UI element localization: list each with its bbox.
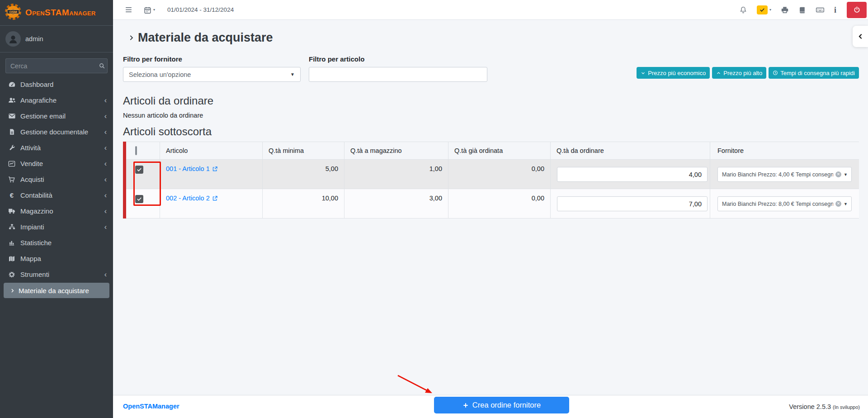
qta-da-ordinare-input[interactable] (557, 167, 708, 182)
crea-ordine-fornitore-button[interactable]: Crea ordine fornitore (434, 397, 569, 413)
version-note: (In sviluppo) (833, 404, 860, 410)
caret-down-icon: ▾ (769, 8, 771, 12)
hamburger-icon[interactable] (124, 5, 133, 14)
empty-list-text: Nessun articolo da ordinare (123, 112, 203, 119)
qta-da-ordinare-input[interactable] (557, 196, 708, 211)
column-header: Articolo (160, 142, 263, 159)
sidebar-item-acquisti[interactable]: Acquisti ‹ (0, 171, 113, 187)
print-icon[interactable] (781, 5, 789, 14)
qta-ordinata-value: 0,00 (448, 160, 551, 189)
articolo-link[interactable]: 001 - Articolo 1 (166, 165, 218, 172)
annotation-arrow (392, 370, 442, 398)
clear-icon[interactable]: ✕ (835, 171, 841, 177)
chevron-down-icon (641, 71, 646, 76)
brand[interactable]: OSM OpenSTAManager (0, 0, 113, 26)
sidebar-item-gestione-email[interactable]: Gestione email ‹ (0, 108, 113, 124)
calendar-dropdown[interactable]: ▾ (144, 5, 155, 14)
power-icon (853, 6, 861, 14)
sidebar-item-attivita[interactable]: Attività ‹ (0, 140, 113, 156)
search-icon (99, 62, 105, 70)
annotation-checkbox-highlight (133, 162, 161, 206)
fornitore-filter-select[interactable]: Seleziona un'opzione ▼ (123, 67, 301, 82)
table-header-row: Articolo Q.tà minima Q.tà a magazzino Q.… (126, 142, 859, 160)
avatar (5, 31, 21, 47)
chevron-left-icon: ‹ (104, 223, 107, 231)
table-red-bar (123, 142, 126, 218)
sidebar-item-anagrafiche[interactable]: Anagrafiche ‹ (0, 92, 113, 108)
chevron-left-icon: ‹ (104, 271, 107, 278)
column-header: Q.tà da ordinare (551, 142, 710, 159)
panel-collapse-tab[interactable] (853, 26, 868, 47)
search-button[interactable] (97, 58, 108, 73)
chevron-left-icon: ‹ (104, 208, 107, 215)
version-text: Versione 2.5.3 (In sviluppo) (789, 403, 860, 410)
sidebar-search (5, 58, 108, 73)
sidebar-item-mappa[interactable]: Mappa (0, 251, 113, 266)
table-row: 002 - Articolo 2 10,00 3,00 0,00 Mario B… (126, 189, 859, 218)
tachometer-icon (6, 81, 17, 88)
cart-icon (6, 176, 17, 183)
chevron-left-icon: ‹ (104, 128, 107, 136)
sidebar-item-materiale-da-acquistare[interactable]: Materiale da acquistare (4, 283, 109, 298)
chevron-left-icon: ‹ (104, 97, 107, 104)
clear-icon[interactable]: ✕ (835, 201, 841, 207)
sidebar-item-contabilita[interactable]: € Contabilità ‹ (0, 187, 113, 203)
sidebar-item-statistiche[interactable]: Statistiche (0, 235, 113, 251)
column-header: Q.tà già ordinata (448, 142, 551, 159)
table-row: 001 - Articolo 1 5,00 1,00 0,00 Mario Bi… (126, 160, 859, 189)
footer-brand-link[interactable]: OpenSTAManager (123, 403, 179, 410)
select-all-checkbox[interactable] (135, 146, 137, 155)
chevron-left-icon: ‹ (104, 192, 107, 199)
tasks-dropdown[interactable]: ▾ (757, 5, 771, 14)
topbar-right: ▾ i (739, 2, 868, 18)
sidebar-nav: Dashboard Anagrafiche ‹ Gestione email ‹… (0, 76, 113, 298)
file-icon (6, 128, 17, 135)
external-link-icon (212, 166, 218, 172)
tempi-consegna-button[interactable]: Tempi di consegna più rapidi (769, 67, 859, 79)
topbar-left: ▾ 01/01/2024 - 31/12/2024 (113, 5, 234, 14)
sidebar-item-vendite[interactable]: Vendite ‹ (0, 156, 113, 171)
column-header: Fornitore (710, 142, 856, 159)
prezzo-alto-button[interactable]: Prezzo più alto (712, 67, 766, 79)
fornitore-select[interactable]: Mario Bianchi Prezzo: 4,00 € Tempi conse… (717, 167, 852, 182)
users-icon (6, 96, 17, 104)
logout-power-button[interactable] (847, 2, 867, 18)
user-panel[interactable]: admin (0, 26, 113, 52)
info-icon[interactable]: i (834, 6, 836, 14)
caret-down-icon: ▼ (290, 72, 295, 77)
svg-text:OSM: OSM (9, 10, 17, 14)
fornitore-select[interactable]: Mario Bianchi Prezzo: 8,00 € Tempi conse… (717, 196, 852, 211)
keyboard-icon[interactable] (816, 5, 825, 14)
osm-gear-logo-icon: OSM (4, 3, 22, 23)
envelope-icon (6, 112, 17, 120)
truck-icon (6, 207, 17, 215)
sidebar-item-magazzino[interactable]: Magazzino ‹ (0, 203, 113, 219)
qta-magazzino-value: 3,00 (344, 189, 448, 218)
prezzo-economico-button[interactable]: Prezzo più economico (637, 67, 710, 79)
bell-icon[interactable] (739, 5, 747, 14)
search-input[interactable] (5, 58, 97, 73)
chevron-left-icon (857, 33, 864, 40)
book-icon[interactable] (798, 5, 806, 14)
articolo-link[interactable]: 002 - Articolo 2 (166, 195, 218, 202)
sidebar-item-dashboard[interactable]: Dashboard (0, 76, 113, 92)
user-name: admin (25, 35, 43, 43)
plus-icon (462, 402, 469, 408)
fornitore-filter-label: Filtro per fornitore (123, 55, 301, 63)
articolo-filter-input[interactable] (309, 67, 487, 82)
qta-minima-value: 5,00 (263, 160, 344, 189)
external-link-icon (212, 195, 218, 201)
chart-line-icon (6, 160, 17, 167)
fornitore-filter: Filtro per fornitore Seleziona un'opzion… (123, 55, 301, 82)
articolo-filter: Filtro per articolo (309, 55, 487, 82)
sidebar-item-impianti[interactable]: Impianti ‹ (0, 219, 113, 235)
check-icon (757, 5, 768, 14)
sidebar-item-gestione-documentale[interactable]: Gestione documentale ‹ (0, 124, 113, 140)
clock-icon (773, 70, 778, 76)
gear-icon (6, 271, 17, 278)
articoli-sottoscorta-table: Articolo Q.tà minima Q.tà a magazzino Q.… (123, 142, 859, 218)
topbar: ▾ 01/01/2024 - 31/12/2024 ▾ i (113, 0, 868, 20)
qta-ordinata-value: 0,00 (448, 189, 551, 218)
euro-icon: € (6, 191, 17, 199)
sidebar-item-strumenti[interactable]: Strumenti ‹ (0, 266, 113, 282)
